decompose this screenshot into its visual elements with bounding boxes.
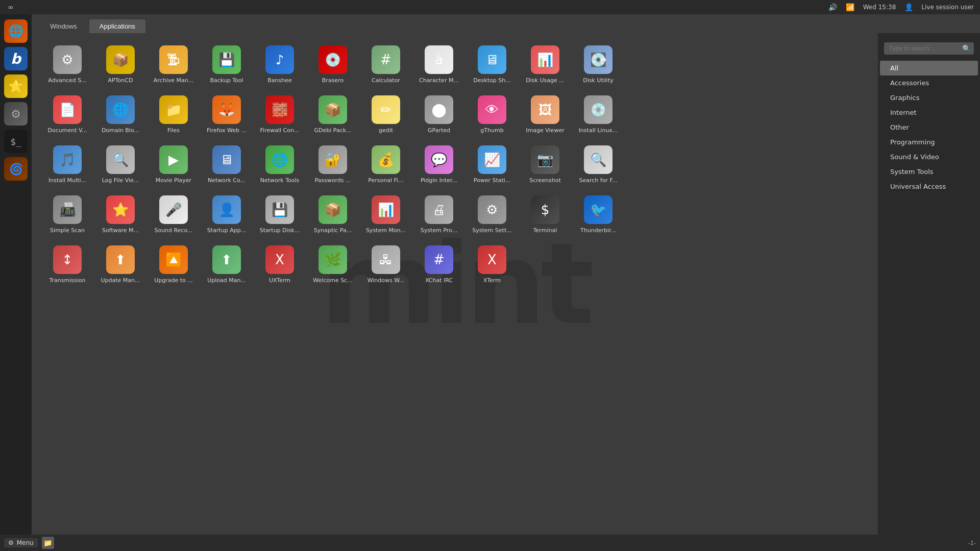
search-button[interactable]: 🔍 xyxy=(962,44,971,53)
app-icon: 👤 xyxy=(212,195,241,224)
app-item[interactable]: X UXTerm xyxy=(254,241,305,287)
app-label: Simple Scan xyxy=(50,227,85,234)
app-icon: 📦 xyxy=(318,195,347,224)
search-input[interactable] xyxy=(884,42,974,55)
app-icon: 💬 xyxy=(425,145,453,174)
app-item[interactable]: 🐦 Thunderbir... xyxy=(573,191,624,237)
volume-icon[interactable]: 🔊 xyxy=(828,3,838,12)
app-item[interactable]: 📈 Power Stati... xyxy=(467,141,518,187)
category-item[interactable]: Internet xyxy=(880,105,978,120)
app-item[interactable]: ⚙ System Sett... xyxy=(467,191,518,237)
app-item[interactable]: 🖨 System Pro... xyxy=(413,191,464,237)
app-item[interactable]: # XChat IRC xyxy=(413,241,464,287)
app-item[interactable]: ⚙ Advanced S... xyxy=(42,41,93,87)
app-item[interactable]: 📦 APTonCD xyxy=(95,41,146,87)
app-item[interactable]: 📦 GDebi Pack... xyxy=(307,91,358,137)
app-icon: $ xyxy=(531,195,559,224)
category-item[interactable]: Accessories xyxy=(880,76,978,90)
app-icon: ⚙ xyxy=(53,45,82,74)
app-label: System Mon... xyxy=(366,227,406,234)
app-item[interactable]: ▶ Movie Player xyxy=(148,141,199,187)
app-item[interactable]: 📊 System Mon... xyxy=(360,191,411,237)
tab-applications[interactable]: Applications xyxy=(89,19,145,33)
category-item[interactable]: Universal Access xyxy=(880,179,978,194)
app-item[interactable]: 📷 Screenshot xyxy=(520,141,571,187)
app-item[interactable]: 🎤 Sound Reco... xyxy=(148,191,199,237)
dock-item-banshee[interactable]: b xyxy=(4,47,28,70)
app-icon: # xyxy=(372,45,400,74)
app-item[interactable]: 🗜 Archive Man... xyxy=(148,41,199,87)
app-item[interactable]: 🖥 Network Co... xyxy=(201,141,252,187)
app-item[interactable]: 🎵 Install Multi... xyxy=(42,141,93,187)
app-item[interactable]: ⭐ Software M... xyxy=(95,191,146,237)
app-label: System Pro... xyxy=(421,227,457,234)
app-label: Image Viewer xyxy=(526,127,564,134)
app-item[interactable]: 🌐 Network Tools xyxy=(254,141,305,187)
menu-button[interactable]: ⚙ Menu xyxy=(4,538,38,547)
network-icon[interactable]: 📶 xyxy=(846,3,855,12)
app-icon: ⬆ xyxy=(212,245,241,274)
app-item[interactable]: 📊 Disk Usage ... xyxy=(520,41,571,87)
app-item[interactable]: 📦 Synaptic Pa... xyxy=(307,191,358,237)
app-item[interactable]: 💿 Brasero xyxy=(307,41,358,87)
app-label: Brasero xyxy=(322,77,344,84)
app-item[interactable]: 💾 Startup Disk... xyxy=(254,191,305,237)
app-item[interactable]: 💽 Disk Utility xyxy=(573,41,624,87)
app-icon: 💽 xyxy=(584,45,612,74)
app-item[interactable]: 💾 Backup Tool xyxy=(201,41,252,87)
app-item[interactable]: X XTerm xyxy=(467,241,518,287)
app-item[interactable]: ✏ gedit xyxy=(360,91,411,137)
app-item[interactable]: 🖼 Image Viewer xyxy=(520,91,571,137)
app-icon: 📷 xyxy=(531,145,559,174)
app-item[interactable]: $ Terminal xyxy=(520,191,571,237)
app-label: Terminal xyxy=(533,227,557,234)
app-item[interactable]: 🔍 Log File Vie... xyxy=(95,141,146,187)
app-item[interactable]: 🌐 Domain Blo... xyxy=(95,91,146,137)
app-item[interactable]: 🦊 Firefox Web ... xyxy=(201,91,252,137)
category-item[interactable]: Other xyxy=(880,120,978,135)
app-label: Software M... xyxy=(102,227,139,234)
app-item[interactable]: 📠 Simple Scan xyxy=(42,191,93,237)
category-item[interactable]: Graphics xyxy=(880,90,978,105)
dock-item-terminal[interactable]: $_ xyxy=(4,130,28,153)
app-item[interactable]: ♪ Banshee xyxy=(254,41,305,87)
file-manager-button[interactable]: 📁 xyxy=(42,537,54,549)
app-item[interactable]: 🔐 Passwords ... xyxy=(307,141,358,187)
app-item[interactable]: 🧱 Firewall Con... xyxy=(254,91,305,137)
category-item[interactable]: All xyxy=(880,61,978,76)
app-label: gedit xyxy=(379,127,393,134)
app-item[interactable]: 👤 Startup App... xyxy=(201,191,252,237)
app-item[interactable]: 🖥 Desktop Sh... xyxy=(467,41,518,87)
app-item[interactable]: # Calculator xyxy=(360,41,411,87)
dock-item-applet[interactable]: 🌀 xyxy=(4,157,28,181)
gear-icon: ⚙ xyxy=(8,539,14,546)
app-item[interactable]: à Character M... xyxy=(413,41,464,87)
app-item[interactable]: 💬 Pidgin Inter... xyxy=(413,141,464,187)
dock-item-settings[interactable]: ⚙ xyxy=(4,102,28,126)
app-item[interactable]: 🌿 Welcome Sc... xyxy=(307,241,358,287)
app-item[interactable]: 🔍 Search for F... xyxy=(573,141,624,187)
app-label: APTonCD xyxy=(108,77,133,84)
app-item[interactable]: 📁 Files xyxy=(148,91,199,137)
app-item[interactable]: 💰 Personal Fi... xyxy=(360,141,411,187)
dock-item-star[interactable]: ⭐ xyxy=(4,74,28,98)
app-item[interactable]: 💿 Install Linux... xyxy=(573,91,624,137)
app-item[interactable]: ⬤ GParted xyxy=(413,91,464,137)
app-icon: 📄 xyxy=(53,95,82,124)
app-item[interactable]: ⬆ Update Man... xyxy=(95,241,146,287)
app-item[interactable]: 📄 Document V... xyxy=(42,91,93,137)
app-label: Disk Usage ... xyxy=(526,77,564,84)
dock-item-firefox[interactable]: 🌐 xyxy=(4,19,28,43)
app-item[interactable]: ↕ Transmission xyxy=(42,241,93,287)
app-icon: ✏ xyxy=(372,95,400,124)
app-item[interactable]: 🔼 Upgrade to ... xyxy=(148,241,199,287)
category-item[interactable]: System Tools xyxy=(880,164,978,179)
app-item[interactable]: ⬆ Upload Man... xyxy=(201,241,252,287)
category-item[interactable]: Programming xyxy=(880,135,978,149)
app-item[interactable]: 👁 gThumb xyxy=(467,91,518,137)
app-icon: 📊 xyxy=(531,45,559,74)
tab-windows[interactable]: Windows xyxy=(40,19,87,33)
category-item[interactable]: Sound & Video xyxy=(880,149,978,164)
app-label: Log File Vie... xyxy=(102,177,139,184)
app-item[interactable]: 🖧 Windows W... xyxy=(360,241,411,287)
